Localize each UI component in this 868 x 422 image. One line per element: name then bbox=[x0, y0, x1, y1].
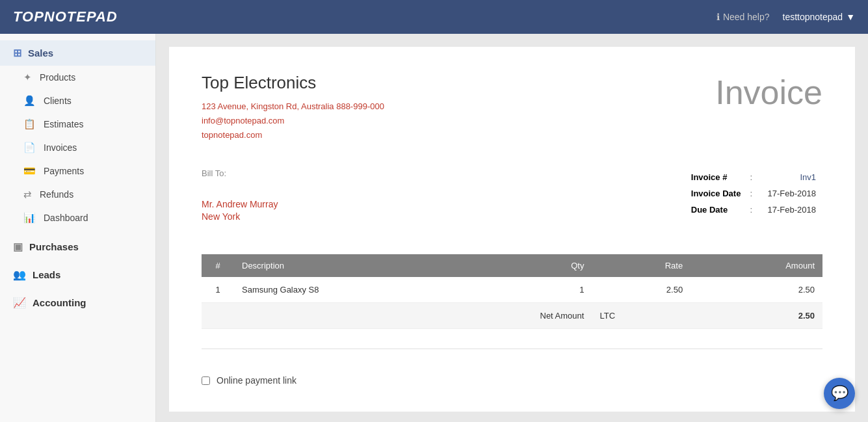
invoice-date-value: 17-Feb-2018 bbox=[756, 186, 821, 201]
accounting-label: Accounting bbox=[33, 297, 86, 308]
invoice-date-label: Invoice Date bbox=[686, 186, 746, 201]
purchases-icon: ▣ bbox=[13, 241, 23, 253]
invoice-date-colon: : bbox=[747, 186, 755, 201]
help-link[interactable]: ℹ Need help? bbox=[717, 12, 770, 22]
bill-to-label: Bill To: bbox=[202, 168, 278, 178]
row-description: Samsung Galaxy S8 bbox=[234, 277, 507, 303]
sidebar-item-refunds-label: Refunds bbox=[40, 189, 73, 200]
clients-icon: 👤 bbox=[23, 95, 36, 107]
sidebar-item-clients[interactable]: 👤 Clients bbox=[0, 89, 155, 112]
due-date-colon: : bbox=[747, 202, 755, 217]
invoice-card: Top Electronics 123 Avenue, Kingston Rd,… bbox=[169, 47, 855, 412]
sidebar-group-leads[interactable]: 👥 Leads bbox=[0, 261, 155, 289]
net-amount-row: Net Amount LTC 2.50 bbox=[202, 303, 822, 329]
content-area: Top Electronics 123 Avenue, Kingston Rd,… bbox=[156, 34, 868, 422]
sidebar-item-invoices[interactable]: 📄 Invoices bbox=[0, 136, 155, 159]
online-payment-checkbox[interactable] bbox=[202, 376, 210, 385]
sidebar-item-invoices-label: Invoices bbox=[44, 142, 77, 153]
dropdown-icon: ▼ bbox=[846, 12, 855, 22]
sidebar-item-dashboard[interactable]: 📊 Dashboard bbox=[0, 206, 155, 230]
client-city: New York bbox=[202, 211, 278, 222]
col-header-amount: Amount bbox=[690, 254, 822, 277]
company-details: 123 Avenue, Kingston Rd, Australia 888-9… bbox=[202, 99, 384, 142]
client-name: Mr. Andrew Murray bbox=[202, 199, 278, 209]
products-icon: ✦ bbox=[23, 72, 32, 83]
items-section: # Description Qty Rate Amount 1 Samsung … bbox=[202, 254, 822, 329]
leads-icon: 👥 bbox=[13, 269, 26, 281]
estimates-icon: 📋 bbox=[23, 118, 36, 130]
topnav: TopNotepad ℹ Need help? testtopnotepad ▼ bbox=[0, 0, 868, 34]
logo: TopNotepad bbox=[13, 8, 118, 25]
invoice-header: Top Electronics 123 Avenue, Kingston Rd,… bbox=[202, 73, 822, 142]
net-currency: LTC bbox=[592, 303, 690, 329]
row-rate: 2.50 bbox=[592, 277, 690, 303]
sidebar-item-clients-label: Clients bbox=[44, 96, 72, 106]
row-qty: 1 bbox=[507, 277, 592, 303]
chat-icon: 💬 bbox=[831, 385, 848, 402]
payments-icon: 💳 bbox=[23, 165, 36, 177]
company-website: topnotepad.com bbox=[202, 128, 384, 142]
dashboard-icon: 📊 bbox=[23, 212, 36, 224]
payment-label: Online payment link bbox=[217, 375, 296, 386]
col-header-num: # bbox=[202, 254, 234, 277]
bill-to-section: Bill To: Mr. Andrew Murray New York bbox=[202, 168, 278, 222]
sidebar-item-estimates-label: Estimates bbox=[44, 119, 83, 129]
sales-section-header[interactable]: ⊞ Sales bbox=[0, 40, 155, 66]
row-amount: 2.50 bbox=[690, 277, 822, 303]
topnav-right: ℹ Need help? testtopnotepad ▼ bbox=[717, 12, 855, 22]
sidebar: ⊞ Sales ✦ Products 👤 Clients 📋 Estimates… bbox=[0, 34, 156, 422]
due-date-value: 17-Feb-2018 bbox=[756, 202, 821, 217]
due-date-label: Due Date bbox=[686, 202, 746, 217]
col-header-description: Description bbox=[234, 254, 507, 277]
accounting-icon: 📈 bbox=[13, 297, 26, 309]
sales-icon: ⊞ bbox=[13, 47, 21, 59]
help-icon: ℹ bbox=[717, 12, 720, 22]
sidebar-item-products[interactable]: ✦ Products bbox=[0, 66, 155, 89]
col-header-qty: Qty bbox=[507, 254, 592, 277]
sidebar-item-products-label: Products bbox=[40, 72, 75, 83]
invoice-title: Invoice bbox=[715, 73, 822, 112]
invoice-num-colon: : bbox=[747, 170, 755, 185]
invoice-num-label: Invoice # bbox=[686, 170, 746, 185]
sidebar-item-refunds[interactable]: ⇄ Refunds bbox=[0, 183, 155, 206]
user-menu[interactable]: testtopnotepad ▼ bbox=[783, 12, 856, 22]
divider bbox=[202, 349, 822, 349]
sidebar-item-payments-label: Payments bbox=[44, 166, 84, 176]
main-layout: ⊞ Sales ✦ Products 👤 Clients 📋 Estimates… bbox=[0, 34, 868, 422]
invoice-num-value: Inv1 bbox=[756, 170, 821, 185]
invoices-icon: 📄 bbox=[23, 142, 36, 153]
sidebar-group-purchases[interactable]: ▣ Purchases bbox=[0, 233, 155, 261]
items-table: # Description Qty Rate Amount 1 Samsung … bbox=[202, 254, 822, 329]
company-email: info@topnotepad.com bbox=[202, 114, 384, 128]
sidebar-item-payments[interactable]: 💳 Payments bbox=[0, 159, 155, 183]
sales-label: Sales bbox=[28, 47, 53, 59]
chat-button[interactable]: 💬 bbox=[824, 378, 855, 409]
invoice-meta: Invoice # : Inv1 Invoice Date : 17-Feb-2… bbox=[685, 168, 822, 218]
sidebar-item-dashboard-label: Dashboard bbox=[44, 213, 88, 223]
table-row: 1 Samsung Galaxy S8 1 2.50 2.50 bbox=[202, 277, 822, 303]
net-label: Net Amount bbox=[202, 303, 592, 329]
purchases-label: Purchases bbox=[29, 241, 79, 252]
help-label: Need help? bbox=[723, 12, 770, 22]
col-header-rate: Rate bbox=[592, 254, 690, 277]
refunds-icon: ⇄ bbox=[23, 189, 32, 200]
company-address: 123 Avenue, Kingston Rd, Australia 888-9… bbox=[202, 99, 384, 114]
company-info: Top Electronics 123 Avenue, Kingston Rd,… bbox=[202, 73, 384, 142]
net-amount: 2.50 bbox=[690, 303, 822, 329]
payment-section: Online payment link bbox=[202, 375, 822, 386]
leads-label: Leads bbox=[33, 269, 60, 280]
company-name: Top Electronics bbox=[202, 73, 384, 93]
sidebar-item-estimates[interactable]: 📋 Estimates bbox=[0, 112, 155, 136]
sales-section: ⊞ Sales ✦ Products 👤 Clients 📋 Estimates… bbox=[0, 40, 155, 230]
sidebar-group-accounting[interactable]: 📈 Accounting bbox=[0, 289, 155, 317]
user-label: testtopnotepad bbox=[783, 12, 843, 22]
row-num: 1 bbox=[202, 277, 234, 303]
